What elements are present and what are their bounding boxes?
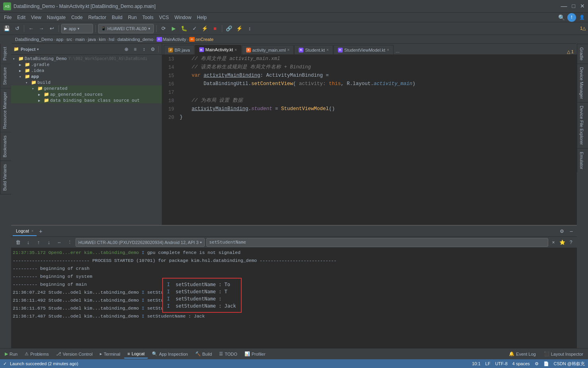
menu-file[interactable]: File — [2, 14, 14, 21]
device-dropdown[interactable]: 📱 HUAWEI CTR-AL00 ▾ — [98, 24, 154, 33]
tool-event-log-btn[interactable]: 🔔 Event Log — [506, 350, 539, 358]
tool-layout-inspector-btn[interactable]: ⬛ Layout Inspector — [541, 350, 586, 358]
project-panel-arrow[interactable]: ▾ — [37, 47, 39, 51]
tab-close-studentvm[interactable]: × — [387, 48, 389, 52]
close-btn[interactable]: ✕ — [580, 3, 585, 10]
logcat-scroll-end-btn[interactable]: ↓ — [24, 238, 33, 247]
panel-sort-btn[interactable]: ↕ — [140, 45, 148, 53]
logcat-more-btn[interactable]: ⋮ — [65, 238, 74, 247]
search-everywhere-btn[interactable]: 🔍 — [557, 13, 566, 22]
sidebar-tab-gradle[interactable]: Gradle — [577, 44, 588, 64]
tree-item-gradle-dot[interactable]: ▶ 📁 .gradle — [11, 62, 162, 68]
tool-terminal-btn[interactable]: ▸ Terminal — [97, 350, 124, 358]
logcat-prev-btn[interactable]: ↑ — [34, 238, 43, 247]
logcat-output[interactable]: 21:37:35.172 OpenG...erer kim...tabindin… — [11, 248, 577, 348]
sidebar-tab-structure[interactable]: Structure — [0, 64, 11, 89]
menu-help[interactable]: Help — [194, 14, 209, 21]
profile-btn[interactable]: ⚡ — [200, 24, 209, 33]
tab-main-activity[interactable]: K MainActivity.kt × — [195, 45, 241, 54]
apply-changes-btn[interactable]: ⚡ — [235, 24, 244, 33]
logcat-clear-btn[interactable]: 🗑 — [14, 238, 22, 247]
make-btn[interactable]: ⟳ — [159, 24, 168, 33]
tool-todo-btn[interactable]: ☰ TODO — [216, 350, 241, 358]
toolbar-forward-btn[interactable]: → — [37, 24, 46, 33]
logcat-settings-btn[interactable]: ⚙ — [558, 227, 566, 235]
apply-code-changes-btn[interactable]: ↕ — [245, 24, 254, 33]
run-with-coverage-btn[interactable]: ✓ — [190, 24, 199, 33]
sidebar-tab-device-manager[interactable]: Device Manager — [577, 64, 588, 102]
sidebar-tab-resource-manager[interactable]: Resource Manager — [0, 89, 11, 133]
tab-studentvm-kt[interactable]: K StudentViewModel.kt × — [334, 45, 394, 54]
tool-logcat-btn[interactable]: ≡ Logcat — [124, 350, 147, 358]
tool-build-btn[interactable]: 🔨 Build — [192, 350, 215, 358]
bc-mainactivity[interactable]: K MainActivity — [157, 37, 186, 42]
logcat-device-dropdown[interactable]: HUAWEI CTR-AL00 (PXUYD22628020934) Andro… — [76, 238, 205, 247]
attach-debugger-btn[interactable]: 🔗 — [225, 24, 233, 33]
menu-window[interactable]: Window — [172, 14, 194, 21]
menu-edit[interactable]: Edit — [15, 14, 28, 21]
tree-item-app[interactable]: ▾ 📁 app — [11, 74, 162, 79]
tree-item-build[interactable]: ▾ 📁 build — [11, 79, 162, 85]
bc-app[interactable]: app — [56, 37, 63, 42]
tab-close-main[interactable]: × — [235, 48, 237, 52]
sidebar-tab-bookmarks[interactable]: Bookmarks — [0, 132, 11, 161]
bc-src[interactable]: src — [66, 37, 72, 42]
bc-main[interactable]: main — [75, 37, 85, 42]
sidebar-tab-emulator[interactable]: Emulator — [577, 148, 588, 172]
sidebar-tab-build-variants[interactable]: Build Variants — [0, 161, 11, 194]
logcat-filter-bookmark-btn[interactable]: ⭐ — [559, 239, 566, 246]
toolbar-sync-btn[interactable]: ↺ — [13, 24, 21, 33]
menu-code[interactable]: Code — [69, 14, 85, 21]
menu-view[interactable]: View — [29, 14, 44, 21]
logcat-close-panel-btn[interactable]: – — [567, 227, 575, 235]
bc-databinding[interactable]: databinding_demo — [117, 37, 153, 42]
stop-btn[interactable]: ■ — [211, 24, 219, 33]
tool-problems-btn[interactable]: ⚠ Problems — [21, 350, 52, 358]
sidebar-tab-project[interactable]: Project — [0, 44, 11, 64]
menu-run[interactable]: Run — [126, 14, 139, 21]
menu-refactor[interactable]: Refactor — [86, 14, 109, 21]
warnings-count[interactable]: △ 1 — [567, 49, 574, 54]
panel-collapse-btn[interactable]: ≡ — [131, 45, 139, 53]
tab-close-student[interactable]: × — [326, 48, 329, 52]
run-btn[interactable]: ▶ — [169, 24, 178, 33]
tool-version-control-btn[interactable]: ⎇ Version Control — [53, 350, 96, 358]
logcat-next-btn[interactable]: ↓ — [45, 238, 53, 247]
tab-br-java[interactable]: J BR.java — [164, 45, 194, 54]
bc-kim[interactable]: kim — [99, 37, 106, 42]
panel-add-btn[interactable]: ⊕ — [122, 45, 130, 53]
menu-vcs[interactable]: VCS — [157, 14, 171, 21]
sidebar-tab-device-file-explorer[interactable]: Device File Explorer — [577, 102, 588, 148]
menu-navigate[interactable]: Navigate — [45, 14, 68, 21]
logcat-filter-clear-btn[interactable]: × — [550, 239, 557, 246]
warnings-badge[interactable]: 1△ — [580, 26, 586, 31]
tool-run-btn[interactable]: ▶ Run — [2, 350, 21, 358]
menu-build[interactable]: Build — [109, 14, 125, 21]
user-btn[interactable]: 👤 — [578, 13, 586, 22]
bc-hsl[interactable]: hsl — [109, 37, 114, 42]
tab-activity-xml[interactable]: X activity_main.xml × — [242, 45, 294, 54]
minimize-btn[interactable]: — — [561, 3, 567, 10]
tree-item-data-binding[interactable]: ▶ 📁 data binding base class source out — [11, 97, 162, 103]
logcat-help-btn[interactable]: ? — [567, 239, 574, 246]
toolbar-undo-btn[interactable]: ↩ — [47, 24, 56, 33]
tool-profiler-btn[interactable]: 📊 Profiler — [241, 350, 269, 358]
run-config-dropdown[interactable]: ▶ app ▾ — [61, 24, 93, 33]
tab-close-activity-xml[interactable]: × — [287, 48, 290, 52]
toolbar-back-btn[interactable]: ← — [27, 24, 35, 33]
logcat-filter-input[interactable]: setStudentName — [206, 238, 548, 247]
tab-student-kt[interactable]: K Student.kt × — [294, 45, 333, 54]
maximize-btn[interactable]: □ — [572, 3, 575, 10]
tree-item-idea[interactable]: ▶ 📁 .idea — [11, 68, 162, 74]
tree-item-generated[interactable]: ▾ 📁 generated — [11, 85, 162, 91]
toolbar-save-btn[interactable]: 💾 — [2, 24, 11, 33]
bottom-tab-logcat[interactable]: Logcat × — [13, 227, 37, 236]
bc-oncreate[interactable]: m onCreate — [189, 37, 213, 42]
bc-java[interactable]: java — [88, 37, 96, 42]
logcat-tab-close[interactable]: × — [31, 229, 33, 233]
update-btn[interactable]: ! — [567, 13, 576, 22]
menu-tools[interactable]: Tools — [140, 14, 156, 21]
debug-btn[interactable]: 🐛 — [180, 24, 188, 33]
tree-item-root[interactable]: ▾ 📁 DataBinding_Demo Y:\002_WorkSpace\00… — [11, 56, 162, 62]
bottom-tab-add[interactable]: + — [37, 227, 45, 236]
